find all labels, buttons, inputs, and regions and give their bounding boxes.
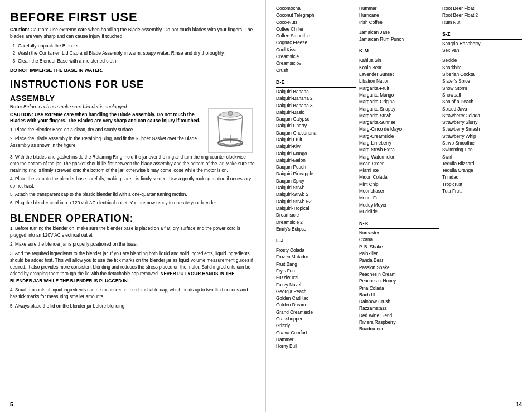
item-golden-dream: Golden Dream bbox=[276, 302, 356, 309]
item-margarita-original: Margarita-Original bbox=[359, 99, 439, 106]
item-sharkbite: Sharkbite bbox=[442, 65, 522, 71]
item-crush: Crush bbox=[276, 68, 356, 74]
item-margarita-fruit: Margarita-Fruit bbox=[359, 85, 439, 92]
assembly-caution: CAUTION: Use extreme care when handling … bbox=[10, 112, 201, 125]
instructions-note: Note: Before each use make sure blender … bbox=[10, 104, 201, 109]
recipe-col-2: Hummer Hurricane Irish Coffee Jamaican J… bbox=[359, 6, 439, 395]
asm-step-6: 6. Plug the blender cord into a 120 volt… bbox=[10, 200, 255, 207]
assembly-steps: 1. Place the Blender Base on a clean, dr… bbox=[10, 127, 201, 149]
item-strwb-smoothie: Strwb Smoothie bbox=[442, 140, 522, 147]
item-strawberry-whip: Strawberry Whip bbox=[442, 133, 522, 140]
assembly-text: Note: Before each use make sure blender … bbox=[10, 104, 201, 153]
item-mudslide: Mudslide bbox=[359, 209, 439, 215]
item-daiquiri-kiwi: Daiquiri-Kiwi bbox=[276, 143, 356, 150]
item-tutti-frutti: Tutti Frutti bbox=[442, 188, 522, 195]
item-irish-coffee: Irish Coffee bbox=[359, 20, 439, 26]
item-coco-nuts: Coco-Nuts bbox=[276, 20, 356, 26]
item-slaters-spice: Slater's Spice bbox=[442, 78, 522, 85]
item-daiquiri-choconana: Daiquiri-Choconana bbox=[276, 130, 356, 137]
before-first-use-steps: Carefully unpack the Blender. Wash the C… bbox=[18, 42, 255, 65]
item-snowball: Snowball bbox=[442, 92, 522, 99]
bop-step-1: 1. Before turning the blender on, make s… bbox=[10, 226, 255, 239]
step-3: Clean the Blender Base with a moistened … bbox=[18, 58, 255, 65]
item-fruit-bang: Fruit Bang bbox=[276, 261, 356, 268]
item-hammer: Hammer bbox=[276, 337, 356, 343]
item-miami-ice: Miami Ice bbox=[359, 167, 439, 174]
item-passion-shake: Passion Shake bbox=[359, 265, 439, 271]
item-dreamsicle2: Dreamsicle 2 bbox=[276, 219, 356, 226]
col1-fj-items: Frosty Colada Frozen Matador Fruit Bang … bbox=[276, 247, 356, 350]
page-spread: Before First Use Caution: Caution: Use e… bbox=[0, 0, 532, 412]
svg-point-6 bbox=[228, 111, 233, 116]
item-margarita-sunrise: Margarita-Sunrise bbox=[359, 119, 439, 126]
bop-step-4: 4. Small amounts of liquid ingredients c… bbox=[10, 287, 255, 301]
item-coffee-chiller: Coffee Chiller bbox=[276, 26, 356, 33]
item-midori-colada: Midori Colada bbox=[359, 174, 439, 181]
right-page: Cocomocha Coconut Telegraph Coco-Nuts Co… bbox=[266, 0, 532, 412]
item-trinidad: Trinidad bbox=[442, 174, 522, 181]
item-hummer: Hummer bbox=[359, 6, 439, 12]
asm-step-2: 2. Place the Blade Assembly in the Retai… bbox=[10, 136, 201, 150]
col2-section-nr: N-R bbox=[359, 220, 439, 229]
item-grizzly: Grizzly bbox=[276, 323, 356, 329]
item-daiquiri-basic: Daiquiri-Basic bbox=[276, 109, 356, 116]
item-daiquiri-fruit: Daiquiri-Fruit bbox=[276, 137, 356, 143]
blender-op-title: Blender Operation: bbox=[10, 213, 255, 224]
step-1: Carefully unpack the Blender. bbox=[18, 42, 255, 50]
item-snow-storm: Snow Storm bbox=[442, 85, 522, 92]
col3-sz-bottom: Sexicle Sharkbite Siberian Cocktail Slat… bbox=[442, 58, 522, 195]
item-root-beer-float: Root Beer Float bbox=[442, 6, 522, 12]
step-2: Wash the Container, Lid Cap and Blade As… bbox=[18, 50, 255, 58]
item-jamaican-rum-punch: Jamaican Rum Punch bbox=[359, 36, 439, 43]
instructions-title: Instructions for Use bbox=[10, 79, 255, 90]
assembly-title: Assembly bbox=[10, 94, 255, 103]
item-creamsicle: Creamsicle bbox=[276, 54, 356, 60]
item-tequila-orange: Tequila Orange bbox=[442, 167, 522, 174]
item-daiquiri-banana: Daiquiri-Banana bbox=[276, 89, 356, 95]
item-marg-creamsicle: Marg-Creamsicle bbox=[359, 133, 439, 140]
item-daiquiri-cherry: Daiquiri-Cherry bbox=[276, 123, 356, 130]
item-daiquiri-melon: Daiquiri-Melon bbox=[276, 157, 356, 164]
item-mean-green: Mean Green bbox=[359, 161, 439, 167]
recipe-columns: Cocomocha Coconut Telegraph Coco-Nuts Co… bbox=[276, 6, 522, 395]
item-daiquiri-pineapple: Daiquiri-Pineapple bbox=[276, 171, 356, 178]
item-sex-van: Sex Van bbox=[442, 47, 522, 54]
item-marg-cinco: Marg-Cinco de Mayo bbox=[359, 126, 439, 133]
item-margarita-snappy: Margarita-Snappy bbox=[359, 106, 439, 113]
item-frosty-colada: Frosty Colada bbox=[276, 247, 356, 254]
item-horny-bull: Horny Bull bbox=[276, 343, 356, 350]
blender-svg bbox=[210, 107, 252, 154]
item-fuzzy-navel: Fuzzy Navel bbox=[276, 282, 356, 289]
item-frozen-matador: Frozen Matador bbox=[276, 254, 356, 261]
before-first-use-title: Before First Use bbox=[10, 10, 255, 25]
caution-body: Caution: Use extreme care when handling … bbox=[10, 27, 253, 39]
item-riviera-raspberry: Riviera Raspberry bbox=[359, 319, 439, 326]
item-grand-creamsicle: Grand Creamsicle bbox=[276, 309, 356, 316]
col2-top-items: Hummer Hurricane Irish Coffee Jamaican J… bbox=[359, 6, 439, 43]
item-muddy-moyer: Muddy Moyer bbox=[359, 202, 439, 209]
item-daiquiri-mango: Daiquiri-Mango bbox=[276, 151, 356, 157]
caution-label: Caution: bbox=[10, 27, 29, 32]
item-cognac-freeze: Cognac Freeze bbox=[276, 40, 356, 46]
item-swimming-pool: Swimming Pool bbox=[442, 147, 522, 154]
item-hurricane: Hurricane bbox=[359, 12, 439, 19]
item-son-of-a-peach: Son of a Peach bbox=[442, 99, 522, 106]
item-rum-nut: Rum Nut bbox=[442, 20, 522, 26]
do-not-immerse: DO NOT IMMERSE THE BASE IN WATER. bbox=[10, 68, 255, 73]
item-mount-fuji: Mount Fuji bbox=[359, 195, 439, 202]
item-marg-watermelon: Marg-Watermelon bbox=[359, 154, 439, 161]
item-fuzziwuzzi: Fuzziwuzzi bbox=[276, 275, 356, 281]
item-pb-shake: P. B. Shake bbox=[359, 244, 439, 251]
col2-km-items: Kahlua Sin Koala Bear Lavender Sunset Li… bbox=[359, 58, 439, 215]
item-grasshopper: Grasshopper bbox=[276, 316, 356, 323]
col3-sz-top: Sangria-Raspberry Sex Van bbox=[442, 41, 522, 55]
recipe-col-1: Cocomocha Coconut Telegraph Coco-Nuts Co… bbox=[276, 6, 356, 395]
col3-section-sz: S-Z bbox=[442, 31, 522, 40]
bop-step-3: 3. Add the required ingredients to the b… bbox=[10, 251, 255, 285]
asm-step-4: 4. Place the jar onto the blender base c… bbox=[10, 176, 255, 190]
item-spiced-java: Spiced Java bbox=[442, 106, 522, 113]
col2-nr-items: Noreaster Oxana P. B. Shake Painkiller P… bbox=[359, 230, 439, 333]
item-guava-comfort: Guava Comfort bbox=[276, 330, 356, 337]
item-rainbow-crush: Rainbow Crush bbox=[359, 299, 439, 305]
blender-diagram bbox=[208, 108, 253, 153]
